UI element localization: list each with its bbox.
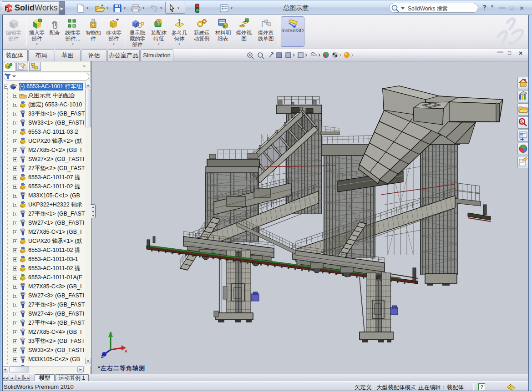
svg-text:Y: Y [109,332,112,336]
svg-text:S: S [520,120,523,124]
svg-text:W: W [9,6,13,10]
svg-text:Z: Z [101,354,104,358]
svg-text:X: X [125,349,127,353]
